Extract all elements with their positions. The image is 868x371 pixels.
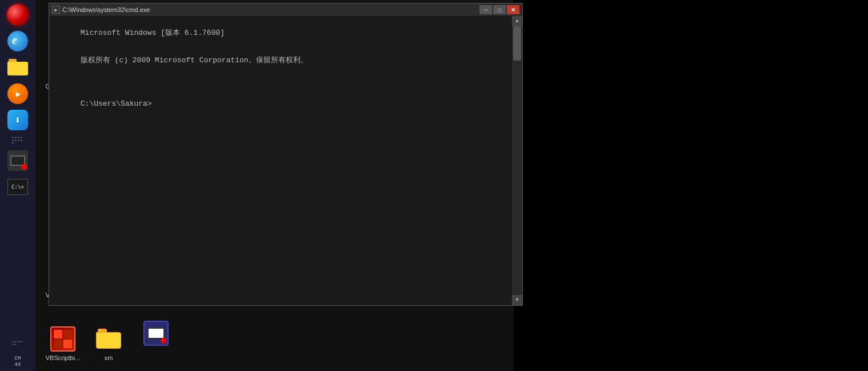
media-player-button[interactable] — [6, 82, 30, 106]
cmd-line2: 版权所有 (c) 2009 Microsoft Corporation。保留所有… — [81, 56, 308, 65]
cmd-content[interactable]: Microsoft Windows [版本 6.1.7600] 版权所有 (c)… — [49, 16, 512, 305]
folder-bot-icon-img — [95, 325, 122, 353]
cmd-scrollbar[interactable]: ▲ ▼ — [512, 16, 522, 305]
cmd-taskbar-button[interactable]: C:\> — [6, 175, 30, 199]
scroll-up-arrow[interactable]: ▲ — [512, 16, 522, 26]
screen-capture-button[interactable] — [6, 149, 30, 173]
media-player-icon — [7, 83, 28, 104]
scroll-thumb[interactable] — [513, 26, 521, 61]
ie-button[interactable] — [6, 29, 30, 53]
cmd-window-controls: ─ □ ✕ — [479, 5, 519, 14]
windows-orb[interactable] — [6, 3, 30, 27]
folder-button[interactable] — [6, 55, 30, 79]
internet-explorer-icon — [7, 31, 28, 51]
cmd-window-icon: ▶ — [52, 6, 60, 14]
cmd-line1: Microsoft Windows [版本 6.1.7600] — [81, 29, 225, 37]
lang-clock-area: CH 44 — [0, 356, 35, 368]
appstore-button[interactable]: ⬇ — [6, 108, 30, 132]
cmd-window-title: C:\Windows\system32\cmd.exe — [62, 6, 150, 13]
bottom-dots-decoration — [12, 341, 23, 345]
minimize-button[interactable]: ─ — [479, 5, 492, 14]
cmd-titlebar[interactable]: ▶ C:\Windows\system32\cmd.exe ─ □ ✕ — [49, 3, 522, 16]
dots-decoration — [12, 137, 23, 144]
language-indicator: CH — [0, 356, 35, 362]
winrar-logo-icon — [50, 326, 75, 352]
close-button[interactable]: ✕ — [507, 5, 519, 14]
rdp-logo-icon — [143, 321, 169, 346]
scroll-down-arrow[interactable]: ▼ — [512, 295, 522, 305]
rdp-bot-icon[interactable] — [133, 317, 179, 350]
cmd-prompt: C:\Users\Sakura> — [81, 99, 152, 108]
cmd-title-left: ▶ C:\Windows\system32\cmd.exe — [52, 6, 150, 14]
right-black-area — [514, 0, 868, 371]
rdp-bot-icon-img — [142, 320, 170, 347]
folder-bot-label: xm — [105, 354, 113, 362]
screen-capture-icon — [7, 150, 28, 171]
windows-logo-icon — [7, 4, 29, 26]
appstore-icon: ⬇ — [7, 110, 28, 130]
scroll-track — [512, 26, 522, 295]
cmd-window: ▶ C:\Windows\system32\cmd.exe ─ □ ✕ ▲ ▼ … — [49, 3, 523, 306]
winrar-bot-label: VBScriptbi... — [46, 354, 81, 362]
clock-display: 44 — [0, 362, 35, 368]
winrar-bot-icon[interactable]: VBScriptbi... — [40, 323, 86, 364]
cmd-taskbar-icon: C:\> — [7, 179, 28, 195]
maximize-button[interactable]: □ — [493, 5, 506, 14]
desktop: ⬇ C:\> CH 44 — [0, 0, 868, 371]
winrar-bot-icon-img — [49, 325, 77, 353]
folder-yellow-icon — [96, 329, 121, 349]
folder-icon — [7, 59, 28, 76]
folder-bot-icon[interactable]: xm — [86, 323, 131, 364]
taskbar-left: ⬇ C:\> CH 44 — [0, 0, 35, 371]
